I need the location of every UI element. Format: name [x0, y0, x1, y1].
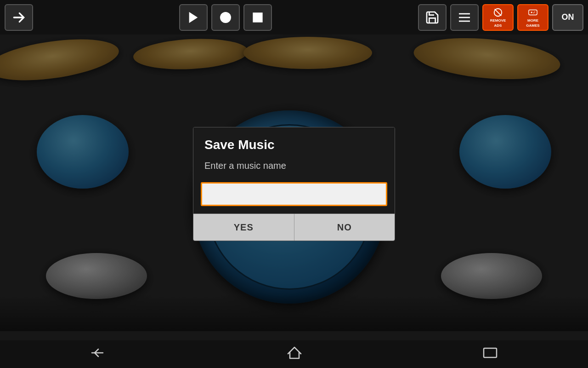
yes-button[interactable]: YES [193, 214, 294, 241]
dialog-buttons: YES NO [193, 213, 395, 241]
music-name-input[interactable] [201, 182, 387, 206]
no-button[interactable]: NO [294, 214, 395, 241]
dialog-subtitle: Enter a music name [193, 157, 395, 178]
dialog-title: Save Music [193, 127, 395, 157]
modal-overlay: Save Music Enter a music name YES NO [0, 0, 588, 368]
save-music-dialog: Save Music Enter a music name YES NO [193, 127, 395, 241]
dialog-input-area [193, 178, 395, 213]
